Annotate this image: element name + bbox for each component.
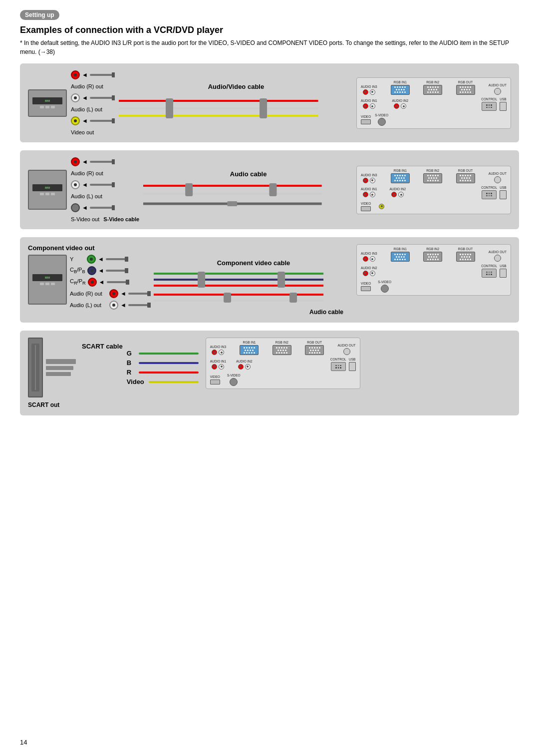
control-label-1: CONTROL xyxy=(481,97,497,101)
svg-rect-45 xyxy=(139,362,199,364)
svg-rect-3 xyxy=(112,95,115,100)
svg-rect-10 xyxy=(260,98,267,118)
left-connectors-2: ◄ Audio (R) out ◄ Audio (L) out ◄ S-Vide… xyxy=(71,157,139,222)
projector-panel-4: AUDIO IN3 RGB IN1 xyxy=(206,338,360,389)
scart-label: SCART out xyxy=(28,401,59,408)
svg-rect-26 xyxy=(125,268,128,273)
svg-rect-20 xyxy=(270,183,277,196)
control-label-3: CONTROL xyxy=(481,264,497,268)
svg-rect-32 xyxy=(147,303,151,308)
svg-rect-37 xyxy=(277,272,285,288)
projector-panel-2: AUDIO IN3 RGB IN1 xyxy=(356,166,511,214)
control-label-2: CONTROL xyxy=(481,186,497,189)
component-section-label: Component video out xyxy=(28,244,151,252)
svg-rect-2 xyxy=(90,97,115,99)
svg-rect-0 xyxy=(90,74,115,76)
vcr-device-1: 888 xyxy=(28,89,67,117)
cable-label-3: Component video cable xyxy=(154,259,353,267)
diagram-component: Component video out 888 Y xyxy=(20,237,519,323)
svg-rect-4 xyxy=(90,120,115,122)
vcr-device-3: 888 xyxy=(28,255,67,305)
svg-rect-40 xyxy=(224,293,231,303)
audio-l-out-label-1: Audio (L) out xyxy=(71,106,115,112)
svg-rect-5 xyxy=(112,118,115,123)
svg-rect-36 xyxy=(198,272,205,288)
svg-rect-16 xyxy=(112,205,115,210)
control-label-4: CONTROL xyxy=(330,358,346,361)
subtitle: * In the default setting, the AUDIO IN3 … xyxy=(20,38,519,56)
left-connectors-1: ◄ Audio (R) out ◄ Audio (L) out xyxy=(71,70,115,135)
projector-panel-3: AUDIO IN3 RGB IN1 xyxy=(356,244,511,296)
diagram-audio-svideo: 888 ◄ Audio (R) out ◄ Audio (L) out xyxy=(20,150,519,229)
svg-rect-15 xyxy=(90,207,115,209)
vcr-device-2: 888 xyxy=(28,170,67,210)
svg-rect-41 xyxy=(289,293,297,303)
audio-cable-label-3: Audio cable xyxy=(154,309,353,316)
cable-label-2: Audio cable xyxy=(143,170,353,178)
svg-rect-14 xyxy=(112,182,115,187)
svg-rect-24 xyxy=(125,257,128,262)
audio-r-out-label-1: Audio (R) out xyxy=(71,83,115,89)
svg-rect-30 xyxy=(147,291,151,296)
svg-rect-47 xyxy=(149,381,199,383)
svg-rect-9 xyxy=(166,98,173,118)
svg-rect-11 xyxy=(90,161,115,163)
svg-rect-12 xyxy=(112,159,115,164)
diagram-scart: SCART out SCART cable G B R Vid xyxy=(20,331,519,415)
svg-rect-1 xyxy=(112,72,115,77)
svg-rect-19 xyxy=(185,183,193,196)
cable-label-4: SCART cable xyxy=(82,343,123,350)
setting-up-bar: Setting up xyxy=(20,10,59,20)
svg-rect-28 xyxy=(126,280,129,285)
svg-rect-13 xyxy=(90,184,115,186)
video-out-label-1: Video out xyxy=(71,129,115,135)
diagram-av-cable: 888 ◄ Audio (R) out xyxy=(20,63,519,142)
cable-label-1: Audio/Video cable xyxy=(119,83,353,90)
svg-rect-44 xyxy=(139,353,199,355)
section-label: Setting up xyxy=(25,11,54,18)
page-number: 14 xyxy=(20,739,27,746)
svg-rect-46 xyxy=(139,372,199,374)
projector-panel-1: AUDIO IN3 RGB IN1 xyxy=(356,77,511,129)
page-title: Examples of connection with a VCR/DVD pl… xyxy=(20,25,519,35)
svg-rect-22 xyxy=(228,201,238,206)
